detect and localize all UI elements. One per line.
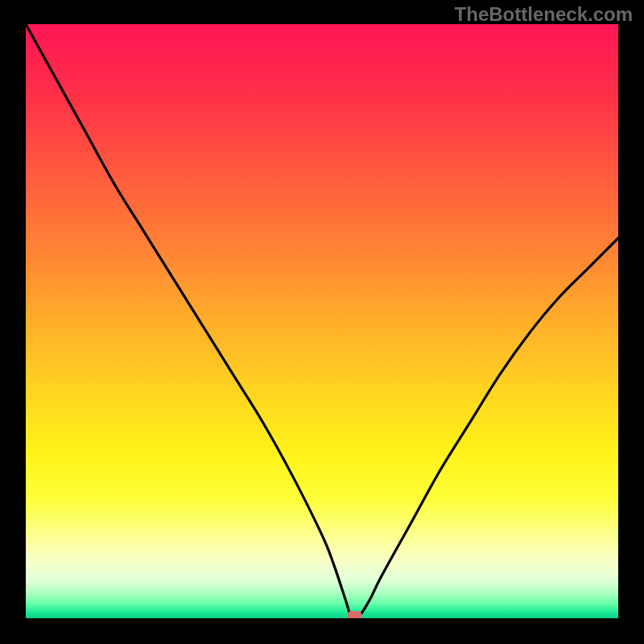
bottleneck-chart bbox=[26, 24, 618, 618]
optimum-marker bbox=[347, 611, 361, 618]
gradient-background bbox=[26, 24, 618, 618]
chart-frame: TheBottleneck.com bbox=[0, 0, 644, 644]
watermark-text: TheBottleneck.com bbox=[455, 3, 633, 26]
plot-area bbox=[26, 24, 618, 618]
